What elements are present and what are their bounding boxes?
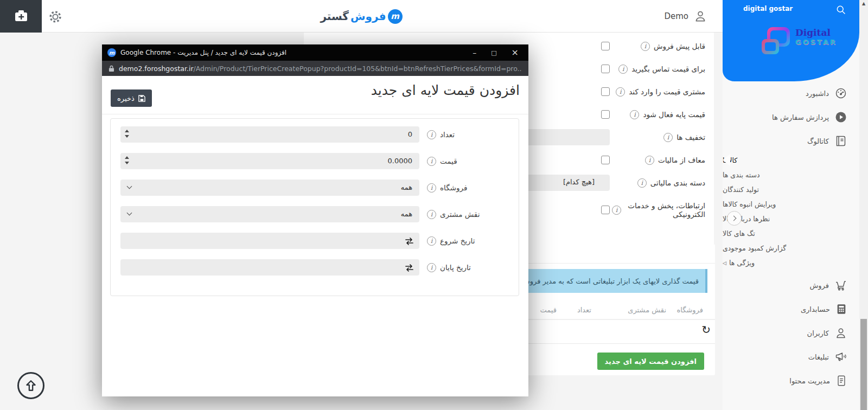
info-icon[interactable]: i xyxy=(641,42,650,51)
settings-button[interactable] xyxy=(48,9,63,24)
info-icon[interactable]: i xyxy=(637,178,647,188)
sidebar-item-categories[interactable]: دسته بندی ها xyxy=(723,168,859,182)
minimize-button[interactable]: – xyxy=(473,49,476,56)
sidebar: digital gostar Digital GOSTAR داشبورد xyxy=(723,0,859,410)
sidebar-item-content-management[interactable]: مدیریت محتوا xyxy=(723,369,859,393)
sidebar-header: digital gostar Digital GOSTAR xyxy=(723,0,859,81)
quantity-stepper[interactable]: 0 xyxy=(120,126,419,143)
row-label: معاف از مالیات xyxy=(658,156,705,164)
info-icon[interactable]: i xyxy=(427,130,436,139)
tier-price-form-card: 0 iتعداد 0.0000 iقیمت همه xyxy=(110,118,519,296)
scrollbar-up-arrow[interactable]: ▲ xyxy=(859,1,868,6)
info-icon[interactable]: i xyxy=(630,110,639,119)
digital-gostar-logo-icon xyxy=(765,27,791,57)
logo-circle-icon: m xyxy=(388,9,403,24)
sidebar-item-product-tags[interactable]: تگ های کالا xyxy=(723,226,859,241)
store-select[interactable]: همه xyxy=(120,180,419,196)
row-label: مشتری قیمت را وارد کند xyxy=(629,87,705,96)
play-circle-icon xyxy=(834,111,847,124)
shopping-cart-icon xyxy=(834,279,847,292)
page-scrollbar[interactable]: ▲ xyxy=(859,0,868,410)
sidebar-item-bulk-edit[interactable]: ویرایش انبوه کالاها xyxy=(723,197,859,212)
sidebar-item-sales[interactable]: فروش xyxy=(723,273,859,297)
info-icon[interactable]: i xyxy=(427,183,436,193)
sidebar-item-product-reviews[interactable]: نظرها درباره کالا xyxy=(723,212,859,226)
calculator-icon xyxy=(835,303,847,315)
divider xyxy=(102,114,528,114)
user-menu[interactable]: Demo xyxy=(664,0,707,33)
save-button[interactable]: ذخیره xyxy=(111,89,152,107)
tax-category-value: [هیچ کدام] xyxy=(563,178,595,186)
price-stepper[interactable]: 0.0000 xyxy=(120,153,419,169)
info-icon[interactable]: i xyxy=(427,236,436,246)
scrollbar-thumb[interactable] xyxy=(860,319,867,410)
lock-icon xyxy=(108,65,114,72)
customer-role-value: همه xyxy=(401,210,412,218)
base-price-enabled-checkbox[interactable] xyxy=(601,110,610,119)
sidebar-item-promotions[interactable]: تبلیغات xyxy=(723,345,859,369)
sidebar-item-attributes[interactable]: ویژگی ها ◁ xyxy=(723,255,859,270)
form-row: همه iنقش مشتری xyxy=(120,206,509,222)
store-value: همه xyxy=(401,183,412,191)
top-bar: m فروش گستر Demo xyxy=(0,0,723,33)
catalog-submenu: کالاها دسته بندی ها تولید کنندگان ویرایش… xyxy=(723,153,859,270)
arrow-up-icon xyxy=(23,378,39,393)
date-picker-icon[interactable] xyxy=(405,237,414,247)
info-icon[interactable]: i xyxy=(663,133,673,142)
price-value: 0.0000 xyxy=(388,157,413,165)
store-logo: Digital GOSTAR xyxy=(765,27,837,57)
sidebar-item-accounting[interactable]: حسابداری xyxy=(723,297,859,321)
sidebar-collapse-button[interactable] xyxy=(727,211,742,226)
info-icon[interactable]: i xyxy=(616,87,625,97)
column-header-customer-role: نقش مشتری xyxy=(628,306,666,314)
close-button[interactable]: × xyxy=(512,48,519,57)
info-icon[interactable]: i xyxy=(612,206,621,215)
customer-role-select[interactable]: همه xyxy=(120,206,419,222)
sidebar-item-catalog[interactable]: کاتالوگ xyxy=(723,129,859,153)
info-icon[interactable]: i xyxy=(645,156,654,165)
user-icon xyxy=(834,326,847,339)
store-search-label: digital gostar xyxy=(743,5,793,12)
sidebar-item-users[interactable]: کاربران xyxy=(723,321,859,345)
logo-text-first: فروش xyxy=(350,10,386,23)
sidebar-item-manufacturers[interactable]: تولید کنندگان xyxy=(723,182,859,197)
spinner-arrows-icon[interactable] xyxy=(125,130,129,138)
sidebar-item-order-processing[interactable]: پردازش سفارش ها xyxy=(723,105,859,129)
maximize-button[interactable]: □ xyxy=(491,50,496,56)
refresh-icon[interactable]: ↻ xyxy=(701,324,711,335)
info-icon[interactable]: i xyxy=(427,157,436,166)
spinner-arrows-icon[interactable] xyxy=(125,156,129,164)
field-label: تعداد xyxy=(440,130,455,139)
scroll-to-top-button[interactable] xyxy=(17,372,44,399)
sidebar-item-low-stock-report[interactable]: گزارش کمبود موجودی xyxy=(723,241,859,255)
call-for-price-checkbox[interactable] xyxy=(601,65,610,73)
info-icon[interactable]: i xyxy=(618,65,628,74)
row-label: قیمت پایه فعال شود xyxy=(643,110,705,119)
telecom-services-checkbox[interactable] xyxy=(601,206,610,214)
preorder-checkbox[interactable] xyxy=(601,42,610,50)
form-row: iتاریخ پایان xyxy=(120,259,509,276)
customer-enters-price-checkbox[interactable] xyxy=(601,87,610,96)
tax-exempt-checkbox[interactable] xyxy=(601,156,610,164)
megaphone-icon xyxy=(834,350,847,363)
date-picker-icon[interactable] xyxy=(405,264,414,274)
end-date-input[interactable] xyxy=(120,259,419,276)
quantity-value: 0 xyxy=(408,130,412,138)
field-label: فروشگاه xyxy=(440,183,467,192)
info-icon[interactable]: i xyxy=(427,210,436,219)
info-icon[interactable]: i xyxy=(427,263,436,272)
sidebar-item-products[interactable]: کالاها xyxy=(723,153,859,168)
add-tier-price-button[interactable]: افزودن قیمت لایه ای جدید xyxy=(597,353,704,370)
book-icon xyxy=(834,134,847,148)
sidebar-item-dashboard[interactable]: داشبورد xyxy=(723,81,859,105)
start-date-input[interactable] xyxy=(120,233,419,249)
store-logo-line2: GOSTAR xyxy=(795,38,837,46)
popup-url-bar[interactable]: demo2.foroshgostar.ir/Admin/Product/Tier… xyxy=(102,61,528,76)
search-icon[interactable] xyxy=(835,4,846,17)
briefcase-plus-icon xyxy=(14,9,28,23)
submenu-expand-arrow-icon: ◁ xyxy=(723,260,726,266)
popup-heading: افزودن قیمت لایه ای جدید xyxy=(371,82,520,98)
app-menu-button[interactable] xyxy=(0,0,42,33)
user-icon xyxy=(693,9,707,23)
popup-title-bar[interactable]: m افزودن قیمت لایه ای جدید / پنل مدیریت … xyxy=(102,44,528,61)
